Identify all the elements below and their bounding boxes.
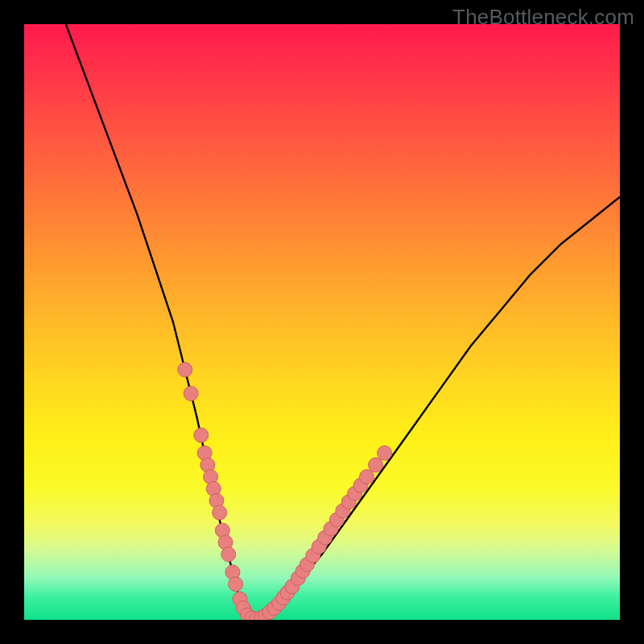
data-dot <box>213 506 227 520</box>
data-dot <box>360 469 374 484</box>
data-dot <box>178 362 192 377</box>
data-dot <box>378 446 392 460</box>
data-dot <box>194 428 208 443</box>
data-dot <box>229 577 243 592</box>
dots-group <box>178 362 392 620</box>
data-dot <box>369 458 383 473</box>
chart-svg <box>24 24 620 620</box>
chart-frame: TheBottleneck.com <box>0 0 644 644</box>
plot-area <box>24 24 620 620</box>
bottleneck-curve <box>66 24 620 620</box>
data-dot <box>221 547 236 562</box>
data-dot <box>184 386 198 401</box>
